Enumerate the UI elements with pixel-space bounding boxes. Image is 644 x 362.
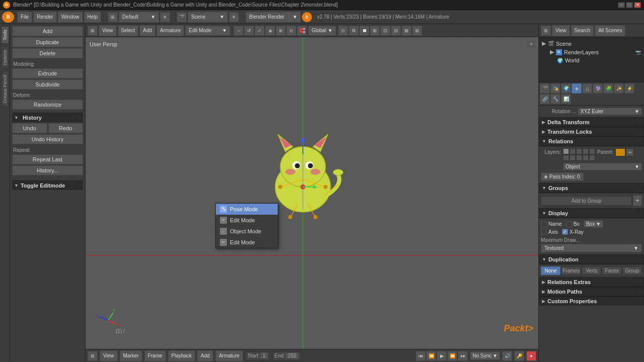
scene-prop-icon[interactable]: 🎭 — [550, 83, 560, 94]
select-menu[interactable]: Select — [118, 25, 139, 36]
window-menu[interactable]: Window — [58, 12, 83, 23]
playback-btn[interactable]: Playback — [168, 350, 196, 361]
outliner-scene-item[interactable]: ▶ 🎬 Scene — [541, 39, 642, 48]
name-checkbox[interactable] — [541, 221, 547, 227]
display-section-header[interactable]: ▼ Display :: — [539, 209, 644, 218]
undo-history-button[interactable]: Undo History — [12, 134, 83, 144]
layer-cell-1[interactable] — [563, 148, 569, 154]
add-btn[interactable]: Add — [197, 350, 213, 361]
viewport-icon1[interactable]: ⊙ — [338, 26, 348, 36]
dup-none-btn[interactable]: None — [541, 266, 560, 275]
next-frame-btn[interactable]: ⏩ — [447, 351, 457, 361]
add-menu[interactable]: Add — [139, 25, 155, 36]
groups-section-header[interactable]: ▼ Groups :: — [539, 184, 644, 193]
viewport-icon8[interactable]: ⊞ — [412, 26, 422, 36]
render-prop-icon[interactable]: 🎬 — [540, 83, 550, 94]
prev-frame-btn[interactable]: ⏪ — [426, 351, 436, 361]
maximize-button[interactable]: □ — [626, 2, 633, 8]
edit-mode-item[interactable]: ✏ Edit Mode — [216, 215, 278, 226]
mesh-prop-icon[interactable]: △ — [582, 83, 592, 94]
mode-icon2[interactable]: ⊕ — [276, 26, 286, 36]
record-btn[interactable]: ● — [526, 351, 536, 361]
dup-faces-btn[interactable]: Faces — [602, 266, 621, 275]
xray-checkbox[interactable]: ✓ — [562, 229, 568, 235]
outliner-scenes-btn[interactable]: All Scenes — [595, 25, 625, 36]
box-dropdown[interactable]: Box ▼ — [584, 220, 603, 228]
layers-grid[interactable] — [563, 148, 595, 161]
relations-extras-section[interactable]: ▶ Relations Extras :: — [539, 278, 644, 287]
file-menu[interactable]: File — [17, 12, 32, 23]
layer-cell-4[interactable] — [583, 148, 589, 154]
physics-prop-icon[interactable]: ⚡ — [624, 83, 634, 94]
render-dropdown[interactable]: Blender Render ▼ — [246, 12, 301, 23]
scale-icon[interactable]: ⤢ — [255, 26, 265, 36]
constraint-prop-icon[interactable]: 🔗 — [540, 94, 550, 104]
viewport-icon2[interactable]: ⚙ — [349, 26, 359, 36]
dup-group-btn[interactable]: Group — [622, 266, 642, 275]
scene-dropdown[interactable]: Scene ▼ — [188, 12, 228, 23]
parent-edit-btn[interactable]: ✏ — [626, 148, 634, 156]
frame-btn[interactable]: Frame — [144, 350, 166, 361]
viewport-icon3[interactable]: 🔲 — [359, 26, 369, 36]
textured-dropdown[interactable]: Textured ▼ — [541, 244, 642, 252]
armature-btn[interactable]: Armature — [215, 350, 243, 361]
layer-cell-2[interactable] — [570, 148, 576, 154]
parent-color-btn[interactable] — [615, 148, 625, 156]
randomize-button[interactable]: Randomize — [12, 100, 83, 110]
snap-icon[interactable]: 🧲 — [297, 26, 307, 36]
options-tab[interactable]: Options — [1, 46, 9, 69]
add-to-group-btn[interactable]: Add to Group — [541, 196, 632, 206]
history-dots-button[interactable]: History... — [12, 165, 83, 175]
object-prop-icon[interactable]: ◈ — [572, 83, 582, 94]
blender-logo-btn[interactable]: B — [2, 12, 14, 23]
subdivide-button[interactable]: Subdivide — [12, 79, 83, 89]
view-btn[interactable]: View — [100, 350, 118, 361]
audio-btn[interactable]: 🔊 — [502, 351, 512, 361]
minimize-button[interactable]: ─ — [618, 2, 625, 8]
marker-btn[interactable]: Marker — [120, 350, 142, 361]
texture-prop-icon[interactable]: 🧩 — [603, 83, 613, 94]
layer-cell-3[interactable] — [576, 148, 582, 154]
viewport-icon4[interactable]: ⊞ — [370, 26, 380, 36]
repeat-last-button[interactable]: Repeat Last — [12, 154, 83, 164]
render-menu[interactable]: Render — [33, 12, 57, 23]
skip-end-btn[interactable]: ⏭ — [458, 351, 468, 361]
mode-icon3[interactable]: ⊙ — [286, 26, 296, 36]
outliner-view-btn[interactable]: View — [552, 25, 570, 36]
add-button[interactable]: Add — [12, 26, 83, 36]
extrude-button[interactable]: Extrude — [12, 68, 83, 78]
transform-locks-section[interactable]: ▶ Transform Locks :: — [539, 127, 644, 137]
outliner-renderlayers-item[interactable]: ▶ R RenderLayers 📷 — [549, 48, 642, 56]
scene-cross[interactable]: ✕ — [229, 12, 239, 22]
edit-mode-dropdown[interactable]: Edit Mode ▼ — [185, 26, 230, 36]
layout-cross[interactable]: ✕ — [160, 12, 170, 22]
toggle-editmode-header[interactable]: ▼ Toggle Editmode :: — [12, 180, 83, 190]
relations-section-header[interactable]: ▼ Relations :: — [539, 137, 644, 146]
rotate-icon[interactable]: ↺ — [244, 26, 254, 36]
add-group-plus-btn[interactable]: + — [633, 195, 642, 206]
tools-tab[interactable]: Tools — [1, 26, 9, 44]
no-sync-dropdown[interactable]: No Sync ▼ — [470, 351, 500, 360]
delta-transform-section[interactable]: ▶ Delta Transform :: — [539, 118, 644, 127]
outliner-world-item[interactable]: 🌍 World — [549, 56, 642, 64]
world-prop-icon[interactable]: 🌍 — [561, 83, 571, 94]
object-mode-item[interactable]: ○ Object Mode — [216, 226, 278, 237]
keyframe-btn[interactable]: 🔑 — [514, 351, 524, 361]
help-menu[interactable]: Help — [84, 12, 102, 23]
material-prop-icon[interactable]: 🔮 — [593, 83, 603, 94]
history-section-header[interactable]: ▼ History :: — [12, 113, 83, 122]
motion-paths-section[interactable]: ▶ Motion Paths :: — [539, 287, 644, 297]
global-dropdown[interactable]: Global ▼ — [308, 26, 336, 36]
particle-prop-icon[interactable]: ✨ — [614, 83, 624, 94]
dup-frames-btn[interactable]: Frames — [561, 266, 581, 275]
viewport-icon5[interactable]: ⊡ — [380, 26, 390, 36]
layer-cell-7[interactable] — [570, 155, 576, 161]
delete-button[interactable]: Delete — [12, 48, 83, 58]
bo-checkbox[interactable] — [566, 221, 572, 227]
layout-dropdown[interactable]: Default ▼ — [119, 12, 159, 23]
outliner-search-btn[interactable]: Search — [571, 25, 594, 36]
armature-menu[interactable]: Armature — [156, 25, 184, 36]
parent-dropdown[interactable]: Object ▼ — [563, 163, 642, 170]
pose-mode-item[interactable]: 🦴 Pose Mode — [216, 204, 278, 215]
redo-button[interactable]: Redo — [48, 123, 84, 133]
